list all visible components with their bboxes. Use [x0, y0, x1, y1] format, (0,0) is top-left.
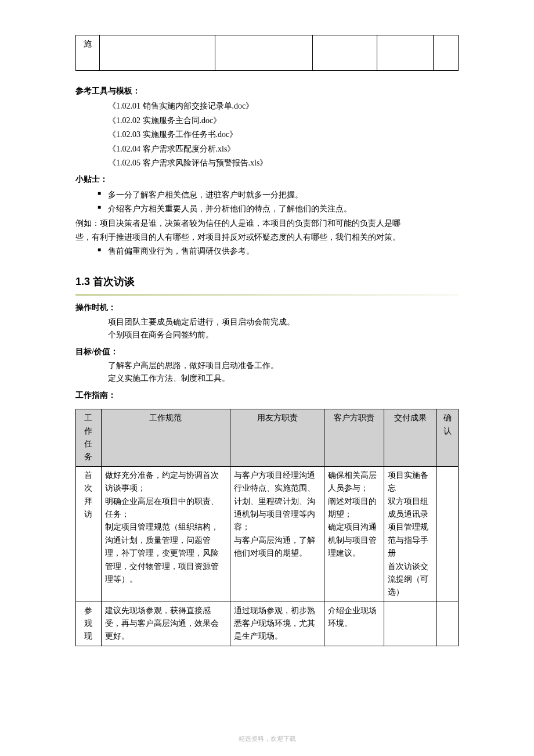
cell-deliver — [384, 602, 436, 646]
cell-task: 参观现 — [76, 602, 102, 646]
cell-yonyou: 与客户方项目经理沟通行业特点、实施范围、计划、里程碑计划、沟通机制与项目管理等内… — [230, 466, 324, 602]
tips-bullet-text: 介绍客户方相关重要人员，并分析他们的特点，了解他们的关注点。 — [108, 203, 352, 215]
document-page: 施 参考工具与模板： 《1.02.01 销售实施内部交接记录单.doc》 《1.… — [0, 0, 534, 756]
tips-list-cont: ■ 售前偏重商业行为，售前调研仅供参考。 — [98, 245, 459, 258]
header-customer: 客户方职责 — [324, 409, 384, 467]
square-bullet-icon: ■ — [98, 245, 108, 254]
header-deliver: 交付成果 — [384, 409, 436, 467]
cell-customer: 确保相关高层人员参与； 阐述对项目的期望； 确定项目沟通机制与项目管理建议。 — [324, 466, 384, 602]
table-row: 首次拜访 做好充分准备，约定与协调首次访谈事项； 明确企业高层在项目中的职责、任… — [76, 466, 459, 602]
cell-deliver: 项目实施备忘 双方项目组成员通讯录 项目管理规范与指导手册 首次访谈交流提纲（可… — [384, 466, 436, 602]
section-divider — [75, 294, 459, 296]
page-footer: 精选资料，欢迎下载 — [0, 734, 534, 744]
top-partial-table: 施 — [75, 35, 459, 71]
cell-yonyou: 通过现场参观，初步熟悉客户现场环境，尤其是生产现场。 — [230, 602, 324, 646]
guide-label: 工作指南： — [75, 389, 459, 402]
top-table-col4 — [312, 35, 377, 71]
tips-bullet-item: ■ 多一分了解客户相关信息，进驻客户时就多一分把握。 — [98, 189, 459, 201]
cell-confirm — [436, 466, 458, 602]
tips-bullet-item: ■ 介绍客户方相关重要人员，并分析他们的特点，了解他们的关注点。 — [98, 203, 459, 215]
square-bullet-icon: ■ — [98, 189, 108, 198]
goal-label: 目标/价值： — [75, 345, 459, 358]
cell-task: 首次拜访 — [76, 466, 102, 602]
reference-item: 《1.02.02 实施服务主合同.doc》 — [108, 114, 459, 127]
references-heading: 参考工具与模板： — [75, 85, 459, 98]
timing-line: 项目团队主要成员确定后进行，项目启动会前完成。 — [108, 316, 459, 329]
top-table-rowlabel: 施 — [76, 35, 100, 71]
reference-item: 《1.02.04 客户需求匹配度分析.xls》 — [108, 143, 459, 156]
header-confirm: 确认 — [436, 409, 458, 467]
cell-spec: 建议先现场参观，获得直接感受，再与客户高层沟通，效果会更好。 — [101, 602, 230, 646]
cell-customer: 介绍企业现场环境。 — [324, 602, 384, 646]
header-spec: 工作规范 — [101, 409, 230, 467]
tips-list: ■ 多一分了解客户相关信息，进驻客户时就多一分把握。 ■ 介绍客户方相关重要人员… — [98, 189, 459, 216]
cell-spec: 做好充分准备，约定与协调首次访谈事项； 明确企业高层在项目中的职责、任务； 制定… — [101, 466, 230, 602]
top-table-col2 — [100, 35, 215, 71]
tips-heading: 小贴士： — [75, 173, 459, 186]
table-row: 参观现 建议先现场参观，获得直接感受，再与客户高层沟通，效果会更好。 通过现场参… — [76, 602, 459, 646]
tips-example-line2: 些，有利于推进项目的人有哪些，对项目持反对或怀疑态度的人有哪些，我们相关的对策。 — [75, 231, 459, 244]
timing-label: 操作时机： — [75, 301, 459, 314]
reference-item: 《1.02.03 实施服务工作任务书.doc》 — [108, 128, 459, 141]
reference-item: 《1.02.01 销售实施内部交接记录单.doc》 — [108, 100, 459, 113]
tips-bullet-item: ■ 售前偏重商业行为，售前调研仅供参考。 — [98, 245, 459, 258]
section-title: 1.3 首次访谈 — [75, 273, 459, 290]
square-bullet-icon: ■ — [98, 203, 108, 212]
tips-bullet-text: 售前偏重商业行为，售前调研仅供参考。 — [108, 245, 254, 258]
tips-bullet-text: 多一分了解客户相关信息，进驻客户时就多一分把握。 — [108, 189, 303, 201]
header-task: 工作任务 — [76, 409, 102, 467]
top-table-col5 — [377, 35, 433, 71]
tips-example-line1: 例如：项目决策者是谁，决策者较为信任的人是谁，本项目的负责部门和可能的负责人是哪 — [75, 217, 459, 230]
table-header-row: 工作任务 工作规范 用友方职责 客户方职责 交付成果 确认 — [76, 409, 459, 467]
header-yonyou: 用友方职责 — [230, 409, 324, 467]
top-table-col3 — [215, 35, 312, 71]
goal-line: 了解客户高层的思路，做好项目启动准备工作。 — [108, 359, 459, 372]
timing-line: 个别项目在商务合同签约前。 — [108, 329, 459, 341]
work-guide-table: 工作任务 工作规范 用友方职责 客户方职责 交付成果 确认 首次拜访 做好充分准… — [75, 409, 459, 646]
cell-confirm — [436, 602, 458, 646]
top-table-col6 — [433, 35, 458, 71]
reference-item: 《1.02.05 客户需求风险评估与预警报告.xls》 — [108, 157, 459, 170]
goal-line: 定义实施工作方法、制度和工具。 — [108, 372, 459, 385]
references-list: 《1.02.01 销售实施内部交接记录单.doc》 《1.02.02 实施服务主… — [108, 100, 459, 170]
